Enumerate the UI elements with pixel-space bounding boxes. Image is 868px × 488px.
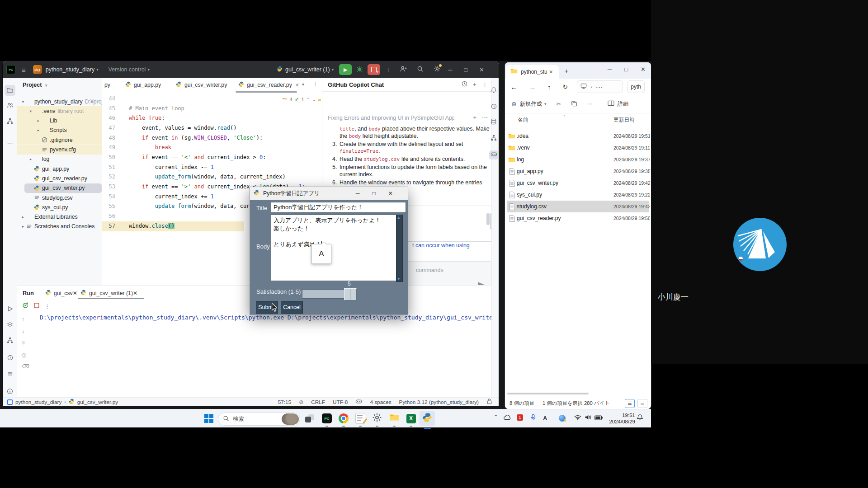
tab-options-icon[interactable]: ⋮ [312,80,318,87]
project-tree-item-ExternalLibraries[interactable]: ▸External Libraries [17,212,102,222]
file-row-.idea[interactable]: .idea2024/08/29 19:51 [507,130,649,142]
clear-console-icon[interactable]: ⌫ [22,363,29,370]
taskbar-settings-button[interactable] [371,413,383,424]
taskbar-notes-button[interactable] [354,413,366,424]
clock[interactable]: 19:51 2024/08/29 [608,412,635,425]
body-scrollbar[interactable]: ▲ ▼ [396,215,403,282]
copilot-chat-button[interactable] [489,150,498,160]
rerun-button[interactable] [22,302,29,311]
code-line-50[interactable]: 50 if event == '<' and current_index > 0… [102,153,322,163]
details-view-icon[interactable] [608,100,614,108]
interpreter-setting[interactable]: Python 3.12 (python_study_diary) [399,399,479,405]
vcs-menu[interactable]: Version control [108,66,146,73]
start-button[interactable] [203,413,215,424]
code-line-48[interactable]: 48 if event in (sg.WIN_CLOSED, 'Close'): [102,133,322,143]
notification-bell-icon[interactable] [637,414,643,422]
search-input[interactable]: 検索 [218,413,300,426]
explorer-tab[interactable]: python_stu ✕ [506,65,559,79]
tool-commit-button[interactable] [6,305,14,314]
close-tab-icon[interactable]: ✕ [549,69,553,75]
code-block-scrollbar[interactable] [486,213,490,225]
chat-add-icon[interactable]: + [473,114,476,121]
tool-structure-button[interactable] [6,118,14,126]
scroll-down-icon[interactable]: ▼ [397,277,401,281]
close-tab-icon[interactable]: ✕ [133,290,137,296]
gradle-button[interactable] [489,103,498,112]
file-row-.venv[interactable]: .venv2024/08/29 19:11 [507,142,649,154]
minimize-button[interactable]: ─ [608,66,612,73]
taskbar-chrome-button[interactable] [338,413,349,424]
print-icon[interactable]: ⎙ [22,352,26,358]
console-output[interactable]: D:\projects\experimentals\python_study_d… [40,314,492,325]
taskbar-explorer-button[interactable] [388,413,400,424]
refresh-button[interactable]: ↻ [563,83,568,90]
project-tree-item-Lib[interactable]: ▸Lib [17,116,102,126]
dialog-titlebar[interactable]: Python学習日記アプリ ─ □ ✕ [250,187,408,200]
forward-button[interactable]: → [529,83,536,91]
column-name[interactable]: 名前 [518,117,528,124]
tray-show-hidden-button[interactable]: ⌃ [494,414,498,420]
breadcrumb-project[interactable]: python_study_diary [15,399,61,405]
tool-vcs-users-button[interactable] [6,102,14,110]
editor-tab-gui_csv_writer.py[interactable]: gui_csv_writer.py [176,78,227,92]
project-tree-item-gui_app.py[interactable]: gui_app.py [17,164,102,174]
new-chat-icon[interactable]: + [473,81,476,88]
code-line-47[interactable]: 47 event, values = window.read() [102,123,322,133]
address-bar[interactable]: › ⋯ [577,80,623,93]
project-selector[interactable]: python_study_diary [46,66,94,73]
taskbar-excel-button[interactable]: X [405,413,417,424]
project-tree-item-studylog.csv[interactable]: studylog.csv [17,193,102,202]
horizontal-scrollbar[interactable] [507,393,589,394]
tool-python-packages-button[interactable] [6,337,14,345]
tool-terminal-button[interactable] [6,322,14,330]
more-commands-icon[interactable]: ⋯ [587,101,593,107]
file-row-gui_csv_writer.py[interactable]: gui_csv_writer.py2024/08/29 19:42 [507,177,649,189]
new-tab-button[interactable]: + [565,67,568,75]
cancel-button[interactable]: Cancel [281,301,303,314]
new-item-label[interactable]: 新規作成 [520,100,542,108]
copy-button[interactable] [571,100,577,108]
project-panel-header[interactable]: Project ▾ [23,82,47,88]
minimize-button[interactable]: ─ [356,190,360,197]
tool-todo-button[interactable] [6,354,14,362]
file-row-gui_app.py[interactable]: gui_app.py2024/08/29 19:35 [507,165,649,177]
highlighting-icon[interactable]: ⊘ [299,399,303,405]
code-line-45[interactable]: 45# Main event loop [102,104,322,114]
project-tree-item-gui_csv_reader.py[interactable]: gui_csv_reader.py [17,174,102,183]
wifi-icon[interactable] [574,414,581,422]
close-tab-icon[interactable]: ✕ [73,290,77,296]
chat-conversation-title[interactable]: Fixing Errors and Improving UI in PySimp… [328,115,454,121]
taskbar-pycharm-button[interactable]: PC [321,413,333,424]
line-separator[interactable]: CRLF [311,399,325,405]
project-tree-item-log[interactable]: ▸log [17,155,102,164]
thumbnail-view-toggle[interactable]: ▭ [637,399,647,408]
task-view-button[interactable] [304,413,316,424]
code-with-me-button[interactable] [400,66,407,74]
next-problem-icon[interactable]: ⌃ [312,97,316,102]
maximize-button[interactable]: □ [464,66,467,73]
prev-problem-icon[interactable]: ⌃ [307,97,310,102]
title-input[interactable]: Python学習日記アプリを作った！ [271,202,406,213]
close-button[interactable]: ✕ [388,190,393,197]
problems-widget[interactable]: 〜4 ✓1 ⌃ ⌃ [282,96,316,103]
run-tab[interactable]: gui_csv ✕ [45,287,77,299]
file-row-studylog.csv[interactable]: studylog.csv2024/08/29 19:43 [507,201,649,212]
scroll-up-icon[interactable]: ↑ [22,316,24,323]
file-encoding[interactable]: UTF-8 [333,399,348,405]
send-icon[interactable] [478,282,485,285]
code-line-52[interactable]: 52 update_form(window, data, current_ind… [102,172,322,182]
project-tree-item-ScratchesandConsoles[interactable]: ▸Scratches and Consoles [17,222,102,231]
volume-icon[interactable] [585,414,591,422]
breadcrumb-file[interactable]: gui_csv_writer.py [77,399,118,405]
hidden-tabs-chevron-icon[interactable]: ▾ [302,82,304,87]
chat-history-icon[interactable] [462,80,467,89]
back-button[interactable]: ← [510,83,517,91]
close-button[interactable]: ✕ [479,66,484,73]
project-tree-item-Scripts[interactable]: ▸Scripts [17,126,102,135]
debug-button[interactable] [356,66,363,74]
tool-problems-button[interactable] [6,388,14,396]
database-button[interactable] [489,118,498,127]
code-line-46[interactable]: 46while True: [102,113,322,123]
project-tree-item-.gitignore[interactable]: .gitignore [17,135,102,145]
indent-setting[interactable]: 4 spaces [370,399,391,405]
